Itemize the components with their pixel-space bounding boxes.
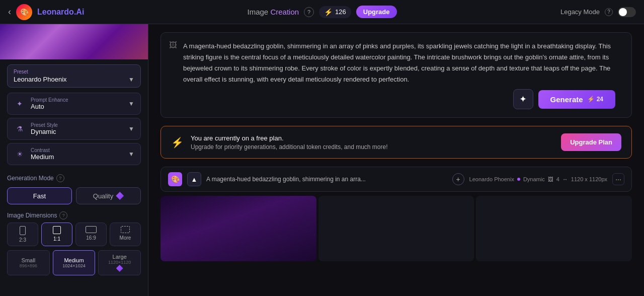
page-title: Image Creation — [248, 8, 299, 16]
back-button[interactable]: ‹ — [8, 7, 11, 17]
dim-1-1-label: 1:1 — [53, 236, 60, 242]
preset-label: Preset — [14, 69, 134, 75]
sparkle-button[interactable]: ✦ — [513, 89, 533, 109]
dim-16-9[interactable]: 16:9 — [75, 223, 107, 246]
history-model: Leonardo Phoenix — [469, 176, 514, 182]
preset-value-row: Leonardo Phoenix ▼ — [14, 76, 134, 83]
prompt-area[interactable]: 🖼 A magenta-hued bedazzling goblin, shim… — [160, 32, 632, 118]
image-dimensions-section: Image Dimensions ? — [0, 206, 148, 223]
upvote-button[interactable]: ▲ — [187, 172, 201, 186]
preset-value-text: Leonardo Phoenix — [14, 76, 67, 83]
size-medium-button[interactable]: Medium 1024×1024 — [53, 250, 96, 275]
upgrade-text: You are currently on a free plan. Upgrad… — [191, 134, 554, 151]
legacy-toggle[interactable] — [618, 7, 636, 17]
upgrade-banner: ⚡ You are currently on a free plan. Upgr… — [160, 126, 632, 159]
contrast-chevron: ▼ — [128, 151, 134, 158]
quality-mode-button[interactable]: Quality — [76, 187, 141, 204]
legacy-mode-label: Legacy Mode — [560, 8, 600, 16]
sidebar: Preset Leonardo Phoenix ▼ ✦ Prompt Enhan… — [0, 24, 148, 296]
upgrade-banner-subtitle: Upgrade for priority generations, additi… — [191, 143, 554, 151]
dimensions-help-icon[interactable]: ? — [59, 211, 67, 219]
dim-more[interactable]: More — [110, 223, 141, 246]
lightning-icon: ⚡ — [171, 136, 184, 149]
preset-style-selector[interactable]: ⚗ Preset Style Dynamic ▼ — [7, 118, 141, 140]
prompt-text[interactable]: A magenta-hued bedazzling goblin, shimme… — [169, 41, 623, 85]
main-layout: Preset Leonardo Phoenix ▼ ✦ Prompt Enhan… — [0, 24, 644, 296]
generation-mode-help-icon[interactable]: ? — [56, 174, 64, 182]
preset-style-chevron: ▼ — [128, 125, 134, 132]
preset-image-card — [0, 24, 148, 59]
token-icon: ⚡ — [324, 8, 333, 16]
generated-image-3[interactable] — [476, 196, 632, 261]
size-medium-label: Medium — [64, 257, 84, 263]
contrast-icon: ☀ — [14, 148, 26, 160]
generated-images-row — [160, 196, 632, 261]
topbar-center: Image Creation ? ⚡ 126 Upgrade — [248, 6, 397, 18]
content-area: 🖼 A magenta-hued bedazzling goblin, shim… — [148, 24, 644, 296]
quality-label: Quality — [93, 192, 113, 200]
size-large-label: Large — [113, 254, 127, 260]
dim-2-3-icon — [20, 226, 26, 235]
prompt-enhance-icon: ✦ — [14, 98, 26, 110]
dim-1-1[interactable]: 1:1 — [41, 223, 72, 246]
credit-count: 24 — [597, 96, 603, 103]
preset-style-icon: ⚗ — [14, 123, 26, 135]
help-icon[interactable]: ? — [304, 7, 314, 17]
generated-image-2[interactable] — [318, 196, 474, 261]
history-row: 🎨 ▲ A magenta-hued bedazzling goblin, sh… — [160, 167, 632, 192]
generated-image-1[interactable] — [160, 196, 316, 261]
avatar: 🎨 — [16, 4, 32, 20]
history-icon: 🎨 — [168, 172, 182, 186]
upgrade-banner-title: You are currently on a free plan. — [191, 134, 554, 142]
prompt-enhance-selector[interactable]: ✦ Prompt Enhance Auto ▼ — [7, 93, 141, 115]
preset-style-value: Dynamic — [31, 128, 128, 135]
size-small-res: 896×896 — [10, 263, 47, 268]
generate-row: ✦ Generate ⚡ 24 — [169, 85, 623, 109]
size-large-button[interactable]: Large 1120×1120 — [98, 250, 141, 275]
upgrade-plan-button[interactable]: Upgrade Plan — [561, 133, 621, 151]
generate-label: Generate — [550, 95, 583, 104]
legacy-help-icon[interactable]: ? — [605, 8, 613, 16]
dim-16-9-label: 16:9 — [86, 235, 96, 241]
dimension-options: 2:3 1:1 16:9 More — [7, 223, 141, 246]
more-options-button[interactable]: ··· — [612, 173, 624, 185]
dim-2-3-label: 2:3 — [19, 237, 26, 243]
dim-2-3[interactable]: 2:3 — [7, 223, 38, 246]
size-small-button[interactable]: Small 896×896 — [7, 250, 50, 275]
dim-more-icon — [121, 226, 130, 233]
size-large-res: 1120×1120 — [101, 260, 138, 265]
preset-style-label: Preset Style — [31, 122, 128, 128]
contrast-selector[interactable]: ☀ Contrast Medium ▼ — [7, 143, 141, 165]
mode-buttons-row: Fast Quality — [7, 187, 141, 204]
upgrade-button-top[interactable]: Upgrade — [356, 6, 397, 18]
fast-mode-button[interactable]: Fast — [7, 187, 72, 204]
preset-selector[interactable]: Preset Leonardo Phoenix ▼ — [7, 64, 141, 88]
history-count: 4 — [556, 176, 559, 182]
dim-more-label: More — [120, 235, 131, 241]
size-medium-res: 1024×1024 — [55, 263, 93, 268]
history-meta: Leonardo Phoenix Dynamic 🖼 4 ↔ 1120 x 11… — [469, 176, 607, 182]
image-dimensions-label: Image Dimensions — [7, 212, 57, 219]
add-button[interactable]: + — [452, 173, 464, 185]
token-badge: ⚡ 126 — [319, 6, 351, 18]
generate-button[interactable]: Generate ⚡ 24 — [538, 90, 615, 109]
dim-1-1-icon — [53, 226, 61, 234]
preset-style-content: Preset Style Dynamic — [31, 122, 128, 135]
history-count-icon: 🖼 — [548, 176, 553, 182]
topbar-right: Legacy Mode ? — [397, 7, 636, 17]
contrast-content: Contrast Medium — [31, 147, 128, 161]
size-small-label: Small — [22, 257, 36, 263]
prompt-image-icon: 🖼 — [169, 41, 177, 50]
generation-mode-section: Generation Mode ? — [0, 168, 148, 185]
quality-btn-inner: Quality — [76, 192, 140, 200]
contrast-value: Medium — [31, 153, 128, 161]
topbar-left: ‹ 🎨 Leonardo.Ai — [8, 4, 248, 20]
generation-mode-label: Generation Mode — [7, 175, 54, 182]
prompt-enhance-content: Prompt Enhance Auto — [31, 97, 128, 110]
history-style: Dynamic — [523, 176, 545, 182]
size-large-premium-icon — [116, 265, 123, 272]
token-count: 126 — [335, 8, 346, 16]
quality-diamond-icon — [116, 192, 124, 200]
brand-name: Leonardo.Ai — [37, 8, 84, 17]
dim-16-9-icon — [86, 226, 97, 233]
